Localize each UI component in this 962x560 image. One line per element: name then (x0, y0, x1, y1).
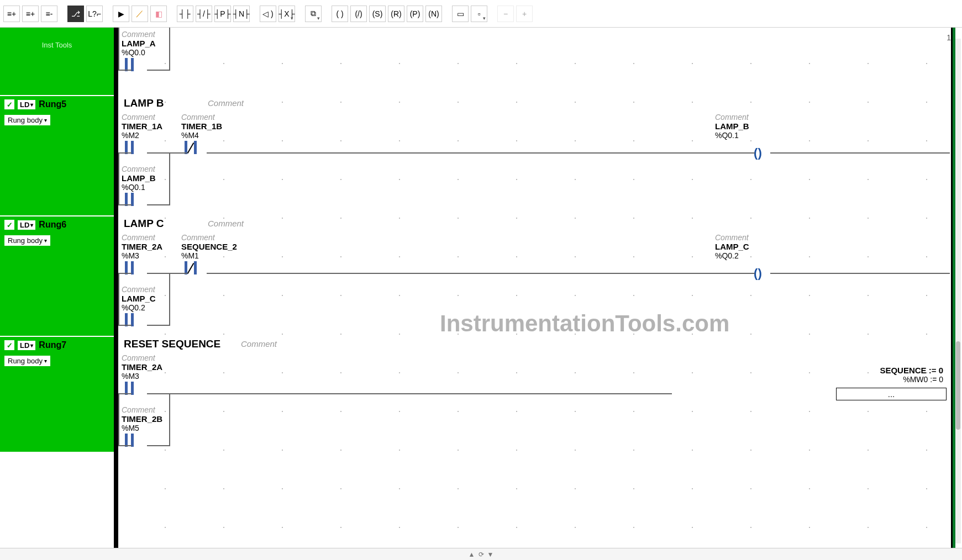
collapse-up-icon[interactable]: ▲ (469, 551, 475, 558)
rung6-branch[interactable]: Comment LAMP_C %Q0.2 (122, 285, 156, 327)
comment-label: Comment (715, 233, 749, 242)
comment-label: Comment (181, 113, 222, 121)
rung6-title[interactable]: LAMP C (124, 218, 164, 230)
eraser-icon[interactable]: ◧ (150, 6, 167, 22)
rung7-branch[interactable]: Comment TIMER_2B %M5 (122, 405, 162, 448)
rung6-title-comment[interactable]: Comment (208, 219, 244, 228)
rung5-out-addr: %Q0.1 (715, 131, 749, 140)
rung6-enable-check[interactable]: ✓ (4, 220, 14, 230)
coil-icon[interactable]: ◁ ) (260, 6, 276, 22)
rung7-op-line1: SEQUENCE := 0 (880, 366, 943, 375)
rung-header-6[interactable]: ✓ LD Rung6 Rung body (0, 216, 114, 337)
zoom-in-icon[interactable]: + (516, 6, 533, 22)
rung7-lang-dropdown[interactable]: LD (18, 341, 35, 350)
rung5-title-comment[interactable]: Comment (208, 98, 244, 108)
nc-contact-icon[interactable]: ┤/├ (196, 6, 212, 22)
rung7-op-line2: %MW0 := 0 (880, 375, 943, 384)
rung7-title[interactable]: RESET SEQUENCE (124, 338, 220, 350)
rung5-branch-name: LAMP_B (122, 173, 156, 183)
comment-label: Comment (122, 165, 156, 173)
rung7-enable-check[interactable]: ✓ (4, 340, 14, 350)
rung6-out[interactable]: Comment LAMP_C %Q0.2 (715, 233, 749, 260)
refresh-icon[interactable]: ⟳ (479, 551, 484, 558)
zoom-out-icon[interactable]: − (497, 6, 514, 22)
rung6-in2[interactable]: Comment SEQUENCE_2 %M1 (181, 233, 237, 276)
draw-line-icon[interactable]: ／ (132, 6, 148, 22)
rung5-in1[interactable]: Comment TIMER_1A %M2 (122, 113, 162, 155)
rung6-out-addr: %Q0.2 (715, 251, 749, 260)
set-coil-icon[interactable]: (S) (369, 6, 386, 22)
not-coil-icon[interactable]: ┤X├ (278, 6, 295, 22)
falling-contact-icon[interactable]: ┤N├ (233, 6, 250, 22)
insert-rung-below-icon[interactable]: ≡+ (22, 6, 39, 22)
rung5-block: LAMP B Comment Comment TIMER_1A %M2 Comm… (114, 96, 954, 216)
xio-icon[interactable]: (/) (350, 6, 367, 22)
rung5-in1-name: TIMER_1A (122, 121, 162, 131)
neg-coil-icon[interactable]: (N) (425, 6, 442, 22)
coil-icon: ( ) (754, 266, 772, 281)
compare-block-icon[interactable]: ⧉ (305, 6, 322, 22)
rung5-in2[interactable]: Comment TIMER_1B %M4 (181, 113, 222, 155)
expand-down-icon[interactable]: ▼ (487, 551, 494, 558)
rung5-branch[interactable]: Comment LAMP_B %Q0.1 (122, 165, 156, 207)
rung5-out[interactable]: Comment LAMP_B %Q0.1 (715, 113, 749, 140)
rung6-in2-name: SEQUENCE_2 (181, 242, 237, 251)
rung-header-5[interactable]: ✓ LD Rung5 Rung body (0, 96, 114, 216)
label-mode-icon[interactable]: L?⌐ (86, 6, 103, 22)
vertical-scrollbar[interactable] (955, 39, 961, 543)
rung7-in1[interactable]: Comment TIMER_2A %M3 (122, 353, 162, 396)
prev-branch-contact[interactable]: Comment LAMP_A %Q0.0 (122, 30, 156, 72)
rung6-name[interactable]: Rung6 (39, 220, 66, 230)
prev-branch-name: LAMP_A (122, 39, 156, 48)
toolbar: ≡+≡+≡-⎇L?⌐▶／◧┤├┤/├┤P├┤N├◁ )┤X├⧉( )(/)(S)… (0, 0, 962, 28)
comment-label: Comment (122, 353, 162, 362)
rung7-in1-addr: %M3 (122, 372, 162, 381)
comment-label: Comment (715, 113, 749, 121)
rung5-in2-name: TIMER_1B (181, 121, 222, 131)
scroll-thumb[interactable] (956, 341, 960, 430)
rung7-title-comment[interactable]: Comment (241, 339, 277, 348)
footer: ▲ ⟳ ▼ (0, 548, 962, 560)
rung6-out-name: LAMP_C (715, 242, 749, 251)
function-block-icon[interactable]: ▫ (471, 6, 487, 22)
rung-header-7[interactable]: ✓ LD Rung7 Rung body (0, 337, 114, 453)
rung6-in1-addr: %M3 (122, 251, 162, 260)
rung7-block: RESET SEQUENCE Comment Comment TIMER_2A … (114, 337, 954, 453)
operate-block-icon[interactable]: ▭ (452, 6, 469, 22)
rung5-lang-dropdown[interactable]: LD (18, 100, 35, 109)
rung7-in1-name: TIMER_2A (122, 362, 162, 372)
pos-coil-icon[interactable]: (P) (407, 6, 423, 22)
rung7-op-labels: SEQUENCE := 0 %MW0 := 0 (880, 366, 943, 384)
inst-tools-label: Inst Tools (4, 31, 109, 49)
comment-label: Comment (122, 113, 162, 121)
ladder-workspace: Inst Tools ✓ LD Rung5 Rung body ✓ LD Run… (0, 28, 962, 548)
rung6-in1[interactable]: Comment TIMER_2A %M3 (122, 233, 162, 276)
branch-mode-icon[interactable]: ⎇ (67, 6, 84, 22)
comment-label: Comment (122, 285, 156, 294)
rung6-block: LAMP C Comment Comment TIMER_2A %M3 Comm… (114, 216, 954, 337)
rung5-branch-addr: %Q0.1 (122, 183, 156, 192)
ladder-canvas[interactable]: Comment LAMP_A %Q0.0 LAMP B Comment Comm… (114, 28, 962, 548)
delete-rung-icon[interactable]: ≡- (41, 6, 57, 22)
pointer-icon[interactable]: ▶ (113, 6, 129, 22)
comment-label: Comment (122, 233, 162, 242)
rung7-body-dropdown[interactable]: Rung body (4, 356, 50, 366)
insert-rung-above-icon[interactable]: ≡+ (3, 6, 20, 22)
rung7-branch-addr: %M5 (122, 424, 162, 432)
rung6-in2-addr: %M1 (181, 251, 237, 260)
rising-contact-icon[interactable]: ┤P├ (214, 6, 231, 22)
coil-icon: ( ) (754, 146, 772, 160)
rung7-operate-block[interactable]: ... (836, 388, 947, 400)
rung6-body-dropdown[interactable]: Rung body (4, 235, 50, 246)
reset-coil-icon[interactable]: (R) (388, 6, 404, 22)
rung5-name[interactable]: Rung5 (39, 99, 66, 109)
rung5-body-dropdown[interactable]: Rung body (4, 115, 50, 125)
rung6-lang-dropdown[interactable]: LD (18, 220, 35, 230)
xic-icon[interactable]: ( ) (332, 6, 348, 22)
no-contact-icon[interactable]: ┤├ (177, 6, 193, 22)
rung5-title[interactable]: LAMP B (124, 97, 164, 109)
rung5-in1-addr: %M2 (122, 131, 162, 140)
rung5-enable-check[interactable]: ✓ (4, 99, 14, 109)
rung7-name[interactable]: Rung7 (39, 340, 66, 350)
rung-header-prev[interactable]: Inst Tools (0, 28, 114, 96)
